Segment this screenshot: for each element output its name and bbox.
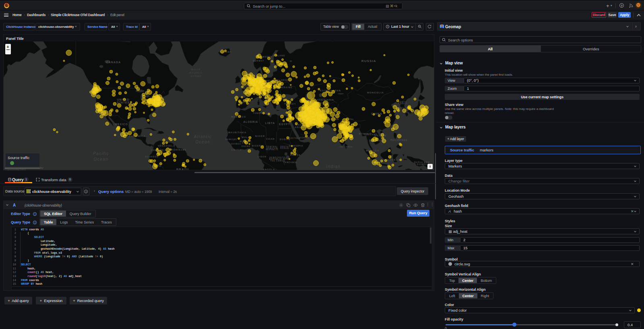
svg-text:Ocean: Ocean xyxy=(195,140,210,144)
svg-text:MALI: MALI xyxy=(242,136,249,139)
svg-text:North: North xyxy=(191,68,200,71)
svg-text:MEXICO: MEXICO xyxy=(115,123,128,126)
svg-text:BRAZIL: BRAZIL xyxy=(176,168,190,170)
svg-text:ANGOLA: ANGOLA xyxy=(263,168,275,170)
svg-text:Atlantic: Atlantic xyxy=(194,134,212,139)
svg-text:GUINEA: GUINEA xyxy=(231,143,241,145)
svg-text:GUINEA: GUINEA xyxy=(417,163,427,166)
svg-text:TANZANIA: TANZANIA xyxy=(283,161,297,163)
svg-text:SURINAME: SURINAME xyxy=(172,149,186,151)
svg-text:SWEDEN: SWEDEN xyxy=(261,56,272,58)
svg-text:VIETNAM: VIETNAM xyxy=(374,135,386,137)
svg-text:Ocean: Ocean xyxy=(191,74,202,77)
svg-text:LIBERIA: LIBERIA xyxy=(231,149,242,151)
svg-text:MONGOLIA: MONGOLIA xyxy=(367,91,384,94)
svg-text:ERITREA: ERITREA xyxy=(289,137,300,139)
svg-text:TUNISIA: TUNISIA xyxy=(253,112,264,114)
svg-text:CHAD: CHAD xyxy=(266,138,275,140)
svg-text:NIGER: NIGER xyxy=(255,135,265,137)
svg-text:Ocean: Ocean xyxy=(93,157,108,161)
svg-text:EGYPT: EGYPT xyxy=(279,123,290,126)
svg-text:SUDAN: SUDAN xyxy=(280,147,289,149)
svg-text:RUSSIA: RUSSIA xyxy=(361,59,376,63)
svg-text:MAURITANIA: MAURITANIA xyxy=(228,131,246,134)
svg-text:ECUADOR: ECUADOR xyxy=(145,155,159,158)
svg-text:GABON: GABON xyxy=(258,156,266,158)
svg-text:GHANA: GHANA xyxy=(242,145,250,147)
svg-text:LIBYA: LIBYA xyxy=(265,122,275,124)
svg-text:PHILIPPINES: PHILIPPINES xyxy=(390,139,407,141)
svg-text:SRI LANKA: SRI LANKA xyxy=(340,146,353,148)
svg-text:NORWAY: NORWAY xyxy=(253,60,264,62)
svg-text:CANADA: CANADA xyxy=(106,61,121,64)
svg-text:Indian: Indian xyxy=(326,164,341,169)
svg-text:KAZAKHSTAN: KAZAKHSTAN xyxy=(320,89,341,92)
svg-text:Atlantic: Atlantic xyxy=(189,71,202,74)
svg-text:MALAYSIA: MALAYSIA xyxy=(366,150,379,152)
svg-text:ALGERIA: ALGERIA xyxy=(243,120,258,123)
svg-text:UKRAINE: UKRAINE xyxy=(279,86,293,89)
svg-text:YEMEN: YEMEN xyxy=(299,137,309,139)
svg-text:Pacific: Pacific xyxy=(93,151,109,156)
svg-text:VENEZUELA: VENEZUELA xyxy=(158,145,175,147)
svg-text:SENEGAL: SENEGAL xyxy=(225,139,237,141)
svg-text:REPUBLIC: REPUBLIC xyxy=(266,149,279,151)
svg-text:KOREA: KOREA xyxy=(398,103,407,105)
